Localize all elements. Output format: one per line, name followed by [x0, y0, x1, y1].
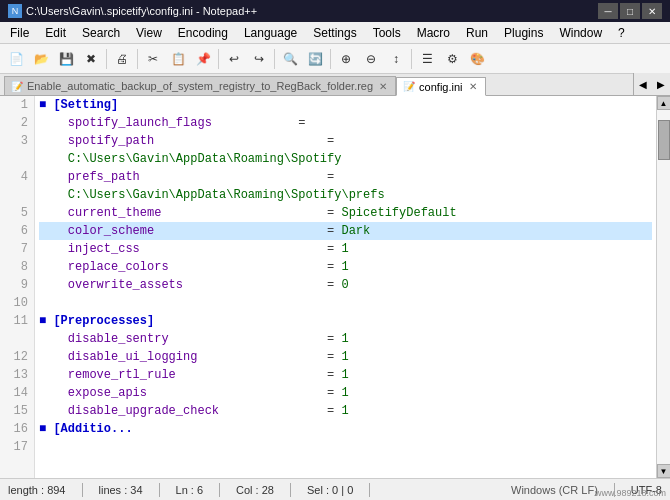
tab-config[interactable]: 📝 config.ini ✕ — [396, 77, 485, 96]
code-line-17: ■ [Additio... — [39, 420, 652, 438]
tab-regback[interactable]: 📝 Enable_automatic_backup_of_system_regi… — [4, 76, 396, 95]
sep6 — [411, 49, 412, 69]
statusbar: length : 894 lines : 34 Ln : 6 Col : 28 … — [0, 478, 670, 500]
status-sel: Sel : 0 | 0 — [307, 484, 353, 496]
titlebar: N C:\Users\Gavin\.spicetify\config.ini -… — [0, 0, 670, 22]
tab-config-icon: 📝 — [403, 81, 415, 92]
code-line-11: ■ [Preprocesses] — [39, 312, 652, 330]
code-line-4b: C:\Users\Gavin\AppData\Roaming\Spotify\p… — [39, 186, 652, 204]
sep-3 — [219, 483, 220, 497]
status-col: Col : 28 — [236, 484, 274, 496]
sep2 — [137, 49, 138, 69]
code-line-5: current_theme = SpicetifyDefault — [39, 204, 652, 222]
tabs-bar: 📝 Enable_automatic_backup_of_system_regi… — [0, 74, 670, 96]
theme-button[interactable]: 🎨 — [465, 47, 489, 71]
find-button[interactable]: 🔍 — [278, 47, 302, 71]
sep-1 — [82, 483, 83, 497]
undo-button[interactable]: ↩ — [222, 47, 246, 71]
sep5 — [330, 49, 331, 69]
cut-button[interactable]: ✂ — [141, 47, 165, 71]
close-all-button[interactable]: ✖ — [79, 47, 103, 71]
redo-button[interactable]: ↪ — [247, 47, 271, 71]
tab-config-close[interactable]: ✕ — [467, 81, 479, 93]
menu-plugins[interactable]: Plugins — [496, 22, 551, 43]
menu-settings[interactable]: Settings — [305, 22, 364, 43]
copy-button[interactable]: 📋 — [166, 47, 190, 71]
tab-regback-close[interactable]: ✕ — [377, 80, 389, 92]
code-line-7: inject_css = 1 — [39, 240, 652, 258]
scroll-track[interactable] — [657, 110, 670, 464]
tabs-right-arrow[interactable]: ▶ — [652, 73, 670, 95]
sep3 — [218, 49, 219, 69]
sep4 — [274, 49, 275, 69]
zoom-in-button[interactable]: ⊕ — [334, 47, 358, 71]
maximize-button[interactable]: □ — [620, 3, 640, 19]
word-wrap-button[interactable]: ☰ — [415, 47, 439, 71]
scroll-down-button[interactable]: ▼ — [657, 464, 671, 478]
menu-macro[interactable]: Macro — [409, 22, 458, 43]
status-lines: lines : 34 — [99, 484, 143, 496]
titlebar-text: C:\Users\Gavin\.spicetify\config.ini - N… — [26, 5, 257, 17]
code-line-8: replace_colors = 1 — [39, 258, 652, 276]
code-line-10 — [39, 294, 652, 312]
code-area[interactable]: ■ [Setting] spotify_launch_flags = spoti… — [35, 96, 656, 478]
indent-button[interactable]: ⚙ — [440, 47, 464, 71]
status-encoding: Windows (CR LF) — [511, 484, 598, 496]
menu-view[interactable]: View — [128, 22, 170, 43]
menu-window[interactable]: Window — [551, 22, 610, 43]
app-icon: N — [8, 4, 22, 18]
minimize-button[interactable]: ─ — [598, 3, 618, 19]
code-line-9: overwrite_assets = 0 — [39, 276, 652, 294]
toolbar: 📄 📂 💾 ✖ 🖨 ✂ 📋 📌 ↩ ↪ 🔍 🔄 ⊕ ⊖ ↕ ☰ ⚙ 🎨 — [0, 44, 670, 74]
code-line-4: prefs_path = — [39, 168, 652, 186]
sep1 — [106, 49, 107, 69]
zoom-restore-button[interactable]: ↕ — [384, 47, 408, 71]
code-line-16: disable_upgrade_check = 1 — [39, 402, 652, 420]
menu-search[interactable]: Search — [74, 22, 128, 43]
menu-language[interactable]: Language — [236, 22, 305, 43]
tabs-left-arrow[interactable]: ◀ — [634, 73, 652, 95]
menu-help[interactable]: ? — [610, 22, 633, 43]
editor: 1 2 3 4 5 6 7 8 9 10 11 12 13 14 15 16 1… — [0, 96, 670, 478]
code-line-12: disable_sentry = 1 — [39, 330, 652, 348]
code-line-1: ■ [Setting] — [39, 96, 652, 114]
code-line-2: spotify_launch_flags = — [39, 114, 652, 132]
code-line-14: remove_rtl_rule = 1 — [39, 366, 652, 384]
menu-tools[interactable]: Tools — [365, 22, 409, 43]
menu-edit[interactable]: Edit — [37, 22, 74, 43]
sep-2 — [159, 483, 160, 497]
tab-regback-label: Enable_automatic_backup_of_system_regist… — [27, 80, 373, 92]
menubar: File Edit Search View Encoding Language … — [0, 22, 670, 44]
paste-button[interactable]: 📌 — [191, 47, 215, 71]
sep-4 — [290, 483, 291, 497]
code-line-6: color_scheme = Dark — [39, 222, 652, 240]
line-numbers: 1 2 3 4 5 6 7 8 9 10 11 12 13 14 15 16 1… — [0, 96, 35, 478]
menu-encoding[interactable]: Encoding — [170, 22, 236, 43]
new-button[interactable]: 📄 — [4, 47, 28, 71]
zoom-out-button[interactable]: ⊖ — [359, 47, 383, 71]
code-line-3b: C:\Users\Gavin\AppData\Roaming\Spotify — [39, 150, 652, 168]
menu-file[interactable]: File — [2, 22, 37, 43]
menu-run[interactable]: Run — [458, 22, 496, 43]
sep-5 — [369, 483, 370, 497]
tab-config-label: config.ini — [419, 81, 462, 93]
status-ln: Ln : 6 — [176, 484, 204, 496]
code-line-3: spotify_path = — [39, 132, 652, 150]
replace-button[interactable]: 🔄 — [303, 47, 327, 71]
watermark: www.989218.com — [595, 488, 666, 498]
scroll-up-button[interactable]: ▲ — [657, 96, 671, 110]
print-button[interactable]: 🖨 — [110, 47, 134, 71]
close-button[interactable]: ✕ — [642, 3, 662, 19]
open-button[interactable]: 📂 — [29, 47, 53, 71]
status-length: length : 894 — [8, 484, 66, 496]
scrollbar[interactable]: ▲ ▼ — [656, 96, 670, 478]
scroll-thumb[interactable] — [658, 120, 670, 160]
tab-regback-icon: 📝 — [11, 81, 23, 92]
code-line-13: disable_ui_logging = 1 — [39, 348, 652, 366]
tabs-arrows: ◀ ▶ — [633, 73, 670, 95]
code-line-15: expose_apis = 1 — [39, 384, 652, 402]
window-controls: ─ □ ✕ — [598, 3, 662, 19]
save-button[interactable]: 💾 — [54, 47, 78, 71]
